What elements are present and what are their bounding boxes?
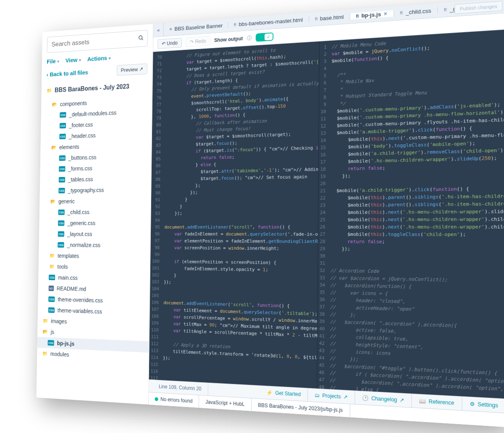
code-pane-left[interactable]: 7071727374757677787980818283848586878889… (149, 42, 319, 389)
tree-item-label: _default-modules.css (69, 110, 116, 118)
show-output-label: Show output (214, 36, 243, 43)
css-file-icon: CSS (59, 166, 66, 172)
preview-button[interactable]: Preview (117, 63, 147, 76)
language-status[interactable]: JavaScript + HubL (199, 395, 252, 411)
menu-actions[interactable]: Actions (87, 54, 111, 62)
file--layout-css[interactable]: CSS_layout.css (39, 229, 150, 240)
redo-label: Redo (195, 38, 206, 44)
tree-item-label: _tables.css (68, 176, 93, 183)
css-file-icon: CSS (58, 209, 65, 215)
tree-item-label: _normalize.css (67, 242, 100, 248)
tree-item-label: _header.css (68, 132, 95, 139)
tab-bp-js-js[interactable]: ⎘bp-js.js✕ (350, 10, 394, 20)
css-file-icon: CSS (58, 242, 64, 248)
file--child-css[interactable]: CSS_child.css (39, 206, 151, 218)
file-icon: ⎘ (315, 16, 318, 21)
tab-label: _generic.c (450, 6, 455, 13)
file--generic-css[interactable]: CSS_generic.css (39, 217, 150, 229)
editor-panes: 7071727374757677787980818283848586878889… (149, 30, 504, 399)
tab-label: base.html (320, 14, 344, 22)
sidebar: File View Actions Back to all files Prev… (37, 24, 154, 404)
code-pane-right[interactable]: 1234567891011121314151617181920212223242… (317, 30, 504, 399)
file-icon: ⎘ (400, 10, 403, 16)
errors-status[interactable]: No errors found (149, 392, 200, 408)
file-icon: ⎘ (444, 7, 447, 12)
tree-item-label: _footer.css (69, 121, 93, 128)
css-file-icon: CSS (59, 155, 66, 161)
css-file-icon: CSS (60, 112, 66, 117)
app-window: File View Actions Back to all files Prev… (37, 0, 504, 427)
tree-item-label: theme-overrides.css (58, 296, 103, 304)
folder-icon: 📁 (42, 351, 48, 357)
tab--child-css[interactable]: ⎘_child.css (394, 7, 438, 16)
tree-item-label: components (60, 100, 87, 107)
undo-button[interactable]: ↶ Undo (158, 38, 182, 49)
publish-button[interactable]: Publish changes (455, 1, 503, 14)
tree-item-label: elements (59, 143, 79, 150)
file-icon: ✕ (169, 27, 172, 31)
css-file-icon: CSS (58, 231, 65, 237)
folder-icon: 📂 (51, 145, 56, 150)
folder-icon: 📂 (50, 199, 56, 204)
tree-item-label: _buttons.css (68, 154, 97, 161)
tab-label: bp-js.js (361, 11, 381, 19)
css-file-icon: CSS (49, 275, 55, 280)
tree-item-label: _layout.css (67, 231, 92, 237)
tree-item-label: generic (58, 198, 75, 204)
tab-label: BBS Baseline Banner (174, 22, 223, 32)
search-input[interactable] (47, 30, 148, 53)
folder-icon: 📁 (42, 318, 48, 323)
css-file-icon: CSS (59, 134, 66, 139)
css-file-icon: CSS (48, 340, 55, 346)
tree-item-label: README.md (57, 285, 87, 292)
file-icon: ⎘ (234, 22, 236, 27)
svg-line-1 (142, 39, 143, 40)
md-file-icon: MD (49, 286, 54, 291)
folder-templates[interactable]: 📁templates (39, 250, 150, 262)
tree-item-label: bp-js.js (57, 340, 75, 347)
tab-bbs-barebones-master-html[interactable]: ⎘bbs-barebones-master.html (228, 16, 309, 28)
tab-base-html[interactable]: ⎘base.html (309, 13, 350, 23)
folder-icon: 📁 (46, 88, 52, 93)
folder-generic[interactable]: 📂generic (39, 195, 151, 207)
tab-label: _child.css (406, 8, 431, 16)
menu-view[interactable]: View (66, 56, 81, 64)
css-file-icon: CSS (60, 123, 66, 128)
css-file-icon: CSS (48, 296, 55, 302)
folder-icon: 📁 (49, 253, 55, 258)
css-file-icon: CSS (48, 307, 55, 313)
css-file-icon: CSS (58, 220, 65, 226)
undo-label: Undo (167, 40, 178, 46)
tree-item-label: tools (57, 263, 68, 270)
menu-file[interactable]: File (47, 57, 59, 65)
tree-item-label: _generic.css (67, 220, 95, 226)
project-title-label: BBS BaraBones - July 2023 (55, 83, 129, 94)
tab-bbs-baseline-banner[interactable]: ✕BBS Baseline Banner (164, 22, 228, 32)
tab-label: bbs-barebones-master.html (239, 17, 303, 28)
redo-button[interactable]: ↷ Redo (186, 36, 210, 47)
tree-item-label: theme-variables.css (58, 307, 102, 315)
file-tree: 📂componentsCSS_default-modules.cssCSS_fo… (37, 93, 152, 404)
tab--generic-c[interactable]: ⎘_generic.c (438, 6, 455, 13)
tree-item-label: templates (58, 253, 79, 259)
close-tab-icon[interactable]: ✕ (383, 11, 387, 17)
svg-point-0 (139, 36, 142, 39)
file-icon: ⎘ (356, 13, 359, 18)
folder-icon: 📂 (52, 102, 57, 107)
tree-item-label: _typography.css (68, 187, 104, 193)
tree-item-label: main.css (58, 274, 78, 281)
back-to-files[interactable]: Back to all files (47, 69, 88, 78)
file--typography-css[interactable]: CSS_typography.css (40, 184, 151, 196)
status-dot-icon (155, 397, 158, 401)
file--normalize-css[interactable]: CSS_normalize.css (39, 239, 150, 251)
output-toggle[interactable]: ✓ (255, 32, 273, 42)
folder-icon: 📁 (49, 264, 55, 269)
tree-item-label: _child.css (68, 209, 89, 215)
css-file-icon: CSS (58, 188, 65, 193)
collapse-sidebar-icon[interactable]: « (153, 23, 164, 37)
tree-item-label: modules (50, 351, 69, 358)
tree-item-label: images (51, 318, 67, 325)
css-file-icon: CSS (59, 177, 66, 183)
search-icon[interactable] (138, 35, 144, 43)
tree-item-label: js (51, 329, 55, 335)
